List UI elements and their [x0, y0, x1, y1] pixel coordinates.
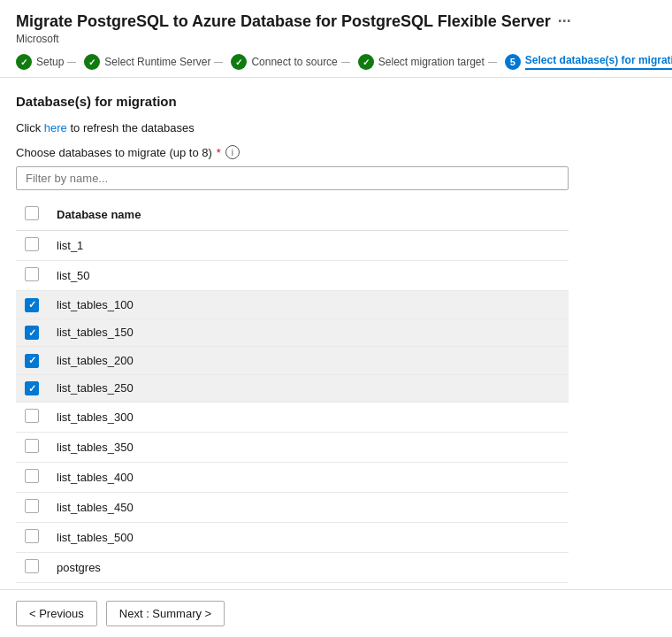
step-icon-runtime: ✓	[84, 54, 100, 70]
refresh-text-pre: Click	[16, 121, 44, 134]
wizard-step-migration-target[interactable]: ✓Select migration target	[338, 54, 485, 70]
page-header: Migrate PostgreSQL to Azure Database for…	[0, 0, 672, 45]
checkbox-cell-7	[16, 433, 48, 463]
checkbox-cell-11	[16, 553, 48, 583]
step-label-select-databases: Select database(s) for migration	[525, 54, 672, 70]
table-row[interactable]: list_tables_450	[16, 493, 569, 523]
database-table: Database name list_1list_50list_tables_1…	[16, 199, 569, 613]
database-table-body: list_1list_50list_tables_100list_tables_…	[16, 231, 569, 613]
db-name-cell-5: list_tables_250	[48, 374, 569, 403]
db-name-cell-7: list_tables_350	[48, 433, 569, 463]
db-name-cell-3: list_tables_150	[48, 318, 569, 347]
more-options-icon[interactable]: ···	[558, 12, 571, 31]
db-name-cell-1: list_50	[48, 261, 569, 291]
db-name-cell-2: list_tables_100	[48, 291, 569, 319]
checkbox-cell-6	[16, 403, 48, 433]
step-icon-select-databases: 5	[505, 54, 521, 70]
table-row[interactable]: list_tables_500	[16, 523, 569, 553]
table-row[interactable]: list_tables_200	[16, 347, 569, 375]
main-content: Database(s) for migration Click here to …	[0, 78, 672, 637]
table-row[interactable]: list_1	[16, 231, 569, 261]
wizard-step-setup[interactable]: ✓Setup	[16, 54, 64, 70]
table-row[interactable]: list_50	[16, 261, 569, 291]
db-name-cell-10: list_tables_500	[48, 523, 569, 553]
step-label-connect: Connect to source	[251, 56, 337, 68]
step-label-runtime: Select Runtime Server	[104, 56, 210, 68]
step-icon-setup: ✓	[16, 54, 32, 70]
checkbox-cell-4	[16, 347, 48, 375]
choose-label-text: Choose databases to migrate (up to 8)	[16, 146, 212, 159]
checkbox-cell-8	[16, 463, 48, 493]
table-row[interactable]: list_tables_350	[16, 433, 569, 463]
db-checkbox-0[interactable]	[25, 237, 39, 251]
checkbox-cell-2	[16, 291, 48, 319]
wizard-step-runtime[interactable]: ✓Select Runtime Server	[64, 54, 210, 70]
info-icon[interactable]: i	[225, 145, 240, 159]
table-row[interactable]: list_tables_100	[16, 291, 569, 319]
db-checkbox-6[interactable]	[25, 409, 39, 423]
table-row[interactable]: list_tables_250	[16, 374, 569, 403]
select-all-header	[16, 199, 48, 231]
title-text: Migrate PostgreSQL to Azure Database for…	[16, 12, 551, 31]
table-row[interactable]: list_tables_300	[16, 403, 569, 433]
db-name-cell-4: list_tables_200	[48, 347, 569, 375]
db-name-header: Database name	[48, 199, 569, 231]
db-checkbox-1[interactable]	[25, 267, 39, 281]
page-subtitle: Microsoft	[16, 33, 656, 45]
choose-label: Choose databases to migrate (up to 8) * …	[16, 145, 656, 159]
step-label-migration-target: Select migration target	[378, 56, 485, 68]
section-title: Database(s) for migration	[16, 94, 656, 109]
db-checkbox-9[interactable]	[25, 499, 39, 513]
wizard-steps: ✓Setup✓Select Runtime Server✓Connect to …	[0, 45, 672, 70]
db-checkbox-7[interactable]	[25, 439, 39, 453]
refresh-text-post: to refresh the databases	[67, 121, 195, 134]
step-icon-migration-target: ✓	[358, 54, 374, 70]
db-checkbox-10[interactable]	[25, 529, 39, 543]
checkbox-cell-3	[16, 318, 48, 347]
table-row[interactable]: list_tables_150	[16, 318, 569, 347]
db-checkbox-5[interactable]	[25, 381, 39, 395]
wizard-step-connect[interactable]: ✓Connect to source	[210, 54, 337, 70]
checkbox-cell-5	[16, 374, 48, 403]
checkbox-cell-1	[16, 261, 48, 291]
next-button[interactable]: Next : Summary >	[106, 601, 225, 626]
filter-input[interactable]	[16, 166, 569, 190]
db-name-cell-8: list_tables_400	[48, 463, 569, 493]
db-checkbox-8[interactable]	[25, 469, 39, 483]
table-row[interactable]: list_tables_400	[16, 463, 569, 493]
page-title: Migrate PostgreSQL to Azure Database for…	[16, 12, 656, 31]
wizard-step-select-databases: 5Select database(s) for migration	[485, 54, 672, 70]
db-name-cell-6: list_tables_300	[48, 403, 569, 433]
db-checkbox-11[interactable]	[25, 559, 39, 573]
table-row[interactable]: postgres	[16, 553, 569, 583]
previous-button[interactable]: < Previous	[16, 601, 97, 626]
db-checkbox-3[interactable]	[25, 326, 39, 340]
refresh-link[interactable]: here	[44, 121, 67, 134]
db-name-cell-0: list_1	[48, 231, 569, 261]
db-checkbox-2[interactable]	[25, 298, 39, 312]
refresh-line: Click here to refresh the databases	[16, 121, 656, 134]
checkbox-cell-9	[16, 493, 48, 523]
required-marker: *	[217, 146, 221, 159]
footer: < Previous Next : Summary >	[0, 589, 672, 637]
db-name-cell-9: list_tables_450	[48, 493, 569, 523]
checkbox-cell-10	[16, 523, 48, 553]
checkbox-cell-0	[16, 231, 48, 261]
select-all-checkbox[interactable]	[25, 206, 39, 220]
step-label-setup: Setup	[36, 56, 64, 68]
step-icon-connect: ✓	[231, 54, 247, 70]
db-name-cell-11: postgres	[48, 553, 569, 583]
db-checkbox-4[interactable]	[25, 354, 39, 368]
